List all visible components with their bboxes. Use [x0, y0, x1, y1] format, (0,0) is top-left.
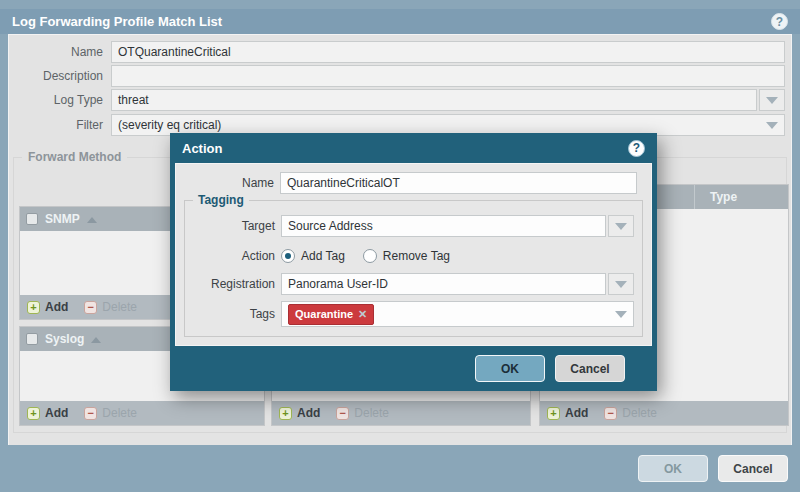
action-cancel-button[interactable]: Cancel	[555, 355, 625, 382]
sort-asc-icon	[91, 337, 101, 343]
main-cancel-button[interactable]: Cancel	[718, 455, 788, 482]
target-label: Target	[185, 219, 281, 233]
chevron-down-icon	[615, 281, 627, 288]
add-tag-radio-label: Add Tag	[301, 249, 345, 263]
name-row: Name	[15, 41, 785, 63]
type-panel-delete-button[interactable]: − Delete	[604, 406, 657, 420]
remove-tag-radio-label: Remove Tag	[383, 249, 450, 263]
registration-select[interactable]: Panorama User-ID	[281, 273, 606, 295]
chevron-down-icon	[615, 223, 627, 230]
action-name-input[interactable]	[280, 172, 637, 194]
registration-label: Registration	[185, 277, 281, 291]
name-input[interactable]	[111, 41, 785, 63]
action-dialog-body: Name Tagging Target Source Address Actio…	[175, 163, 652, 346]
target-row: Target Source Address	[185, 215, 634, 237]
action-dialog-titlebar: Action ?	[170, 133, 657, 163]
target-value: Source Address	[288, 219, 373, 233]
log-type-label: Log Type	[15, 93, 111, 107]
type-panel-add-button[interactable]: + Add	[547, 406, 588, 420]
action-dialog-title: Action	[182, 141, 628, 156]
type-panel-toolbar: + Add − Delete	[540, 401, 788, 425]
email-add-button[interactable]: + Add	[279, 406, 320, 420]
column-divider	[694, 185, 695, 209]
log-type-select[interactable]: threat	[111, 89, 757, 111]
action-name-row: Name	[176, 172, 637, 194]
email-toolbar: + Add − Delete	[272, 401, 530, 425]
email-delete-button[interactable]: − Delete	[336, 406, 389, 420]
syslog-delete-button[interactable]: − Delete	[84, 406, 137, 420]
description-input[interactable]	[111, 65, 785, 87]
syslog-add-button[interactable]: + Add	[27, 406, 68, 420]
forward-method-legend: Forward Method	[22, 150, 127, 164]
main-ok-button[interactable]: OK	[638, 455, 708, 482]
registration-row: Registration Panorama User-ID	[185, 273, 634, 295]
tags-field[interactable]: Quarantine ✕	[281, 301, 634, 327]
main-dialog-titlebar: Log Forwarding Profile Match List ?	[0, 9, 800, 34]
minus-icon: −	[604, 407, 617, 420]
filter-label: Filter	[15, 118, 111, 132]
registration-value: Panorama User-ID	[288, 277, 388, 291]
action-ok-button[interactable]: OK	[475, 355, 545, 382]
main-dialog-footer: OK Cancel	[0, 445, 800, 492]
action-dialog-footer: OK Cancel	[170, 346, 657, 391]
plus-icon: +	[27, 407, 40, 420]
registration-dropdown-button[interactable]	[608, 273, 634, 295]
add-tag-radio[interactable]	[281, 249, 295, 263]
minus-icon: −	[84, 407, 97, 420]
tags-row: Tags Quarantine ✕	[185, 301, 634, 327]
chevron-down-icon	[615, 311, 627, 318]
snmp-header-label: SNMP	[45, 212, 80, 226]
filter-value: (severity eq critical)	[118, 118, 221, 132]
type-column-header[interactable]: Type	[702, 190, 782, 204]
minus-icon: −	[84, 301, 97, 314]
remove-tag-icon[interactable]: ✕	[358, 308, 367, 321]
screen: Log Forwarding Profile Match List ? Name…	[0, 0, 800, 492]
main-dialog-title: Log Forwarding Profile Match List	[12, 14, 771, 29]
tags-label: Tags	[185, 307, 281, 321]
plus-icon: +	[279, 407, 292, 420]
help-icon[interactable]: ?	[771, 13, 788, 30]
tag-chip-label: Quarantine	[295, 308, 353, 320]
help-icon[interactable]: ?	[628, 140, 645, 157]
snmp-select-all-checkbox[interactable]	[26, 213, 38, 225]
snmp-delete-button[interactable]: − Delete	[84, 300, 137, 314]
description-label: Description	[15, 69, 111, 83]
name-label: Name	[15, 45, 111, 59]
plus-icon: +	[547, 407, 560, 420]
tag-chip: Quarantine ✕	[288, 304, 374, 325]
chevron-down-icon	[766, 97, 778, 104]
action-type-label: Action	[185, 249, 281, 263]
action-name-label: Name	[176, 176, 280, 190]
syslog-toolbar: + Add − Delete	[20, 401, 264, 425]
log-type-value: threat	[118, 93, 149, 107]
description-row: Description	[15, 65, 785, 87]
syslog-header-label: Syslog	[45, 332, 84, 346]
tagging-legend: Tagging	[193, 193, 249, 207]
snmp-add-button[interactable]: + Add	[27, 300, 68, 314]
action-dialog: Action ? Name Tagging Target Source Addr…	[170, 133, 657, 391]
log-type-dropdown-button[interactable]	[759, 89, 785, 111]
tagging-group: Tagging Target Source Address Action Add…	[184, 200, 643, 337]
chevron-down-icon	[766, 122, 778, 129]
target-select[interactable]: Source Address	[281, 215, 606, 237]
sort-asc-icon	[87, 217, 97, 223]
minus-icon: −	[336, 407, 349, 420]
plus-icon: +	[27, 301, 40, 314]
remove-tag-radio[interactable]	[363, 249, 377, 263]
syslog-select-all-checkbox[interactable]	[26, 333, 38, 345]
action-row: Action Add Tag Remove Tag	[185, 245, 634, 267]
target-dropdown-button[interactable]	[608, 215, 634, 237]
log-type-row: Log Type threat	[15, 89, 785, 111]
